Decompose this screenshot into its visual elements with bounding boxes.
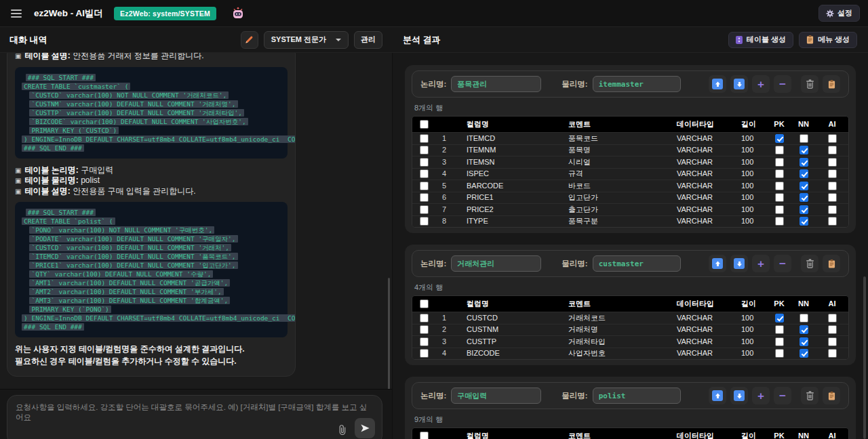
remove-column-button[interactable]: − [774,75,791,93]
ai-checkbox[interactable] [828,193,837,202]
settings-button[interactable]: 설정 [818,5,860,22]
nn-checkbox[interactable] [800,158,808,167]
pk-checkbox[interactable] [775,182,784,190]
nn-checkbox[interactable] [800,337,808,346]
row-select-checkbox[interactable] [420,182,429,190]
ai-checkbox[interactable] [828,217,837,226]
logical-name-input[interactable] [451,255,541,272]
row-select-checkbox[interactable] [420,337,429,346]
logical-name-input[interactable] [451,388,541,404]
select-all-checkbox[interactable] [420,432,429,439]
chat-scrollbar[interactable] [388,278,390,392]
pk-checkbox[interactable] [775,349,784,358]
row-select-checkbox[interactable] [420,158,429,167]
row-select-checkbox[interactable] [420,205,429,214]
comment-cell: 품목구분 [561,217,670,225]
move-row-down-button[interactable] [730,75,748,93]
move-row-down-button[interactable] [730,387,748,404]
nn-checkbox[interactable] [800,314,808,322]
ai-checkbox[interactable] [828,169,837,178]
new-chat-button[interactable] [241,31,258,49]
physical-name-input[interactable] [593,388,681,404]
trash-icon [806,79,814,89]
trash-icon [806,259,814,268]
delete-table-button[interactable] [801,255,818,272]
pk-checkbox[interactable] [775,169,784,178]
move-row-up-button[interactable] [709,387,726,404]
ai-checkbox[interactable] [828,182,837,190]
create-menu-button[interactable]: 메뉴 생성 [799,32,857,48]
comment-cell: 거래처명 [561,326,670,333]
ai-cell [816,337,848,346]
session-badge: Ez2Web: system/SYSTEM [114,7,216,20]
expert-select-dropdown[interactable]: SYSTEM 전문가 [264,31,349,49]
nn-checkbox[interactable] [800,217,808,226]
ai-checkbox[interactable] [828,349,837,358]
pk-checkbox[interactable] [775,146,784,154]
ai-checkbox[interactable] [828,146,837,154]
add-column-button[interactable]: + [752,255,770,272]
ai-cell [816,205,848,214]
pk-checkbox[interactable] [775,205,784,214]
pk-checkbox[interactable] [775,325,784,334]
menu-hamburger-icon[interactable] [11,7,23,20]
ai-checkbox[interactable] [828,205,837,214]
pk-checkbox[interactable] [775,134,784,143]
delete-table-button[interactable] [801,387,818,404]
pk-checkbox[interactable] [775,158,784,167]
pk-cell [767,217,791,226]
pk-checkbox[interactable] [775,193,784,202]
row-select-checkbox[interactable] [420,134,429,143]
row-select-checkbox[interactable] [420,349,429,358]
logical-name-input[interactable] [451,76,541,92]
ai-checkbox[interactable] [828,314,837,322]
pk-checkbox[interactable] [775,337,784,346]
column-header: NN [791,432,816,439]
nn-checkbox[interactable] [800,146,808,154]
move-row-down-button[interactable] [730,255,748,272]
select-all-checkbox[interactable] [420,120,429,129]
attach-paperclip-icon[interactable] [338,425,347,435]
nn-checkbox[interactable] [800,325,808,334]
column-header: 데이터타입 [670,432,734,439]
copy-table-button[interactable] [823,75,840,93]
send-button[interactable] [355,418,375,438]
pk-checkbox[interactable] [775,217,784,226]
copy-table-button[interactable] [823,255,840,272]
delete-table-button[interactable] [801,75,818,93]
remove-column-button[interactable]: − [774,387,791,404]
row-select-checkbox[interactable] [420,193,429,202]
ai-checkbox[interactable] [828,337,837,346]
row-select-checkbox[interactable] [420,314,429,322]
move-row-up-button[interactable] [709,75,726,93]
physical-name-input[interactable] [593,76,681,92]
physical-name-input[interactable] [593,255,681,272]
row-select-checkbox[interactable] [420,169,429,178]
nn-checkbox[interactable] [800,134,808,143]
nn-checkbox[interactable] [800,182,808,190]
row-select-checkbox[interactable] [420,146,429,154]
chat-input-card [7,395,382,439]
row-select-checkbox[interactable] [420,325,429,334]
analysis-scrollbar[interactable] [863,276,866,439]
nn-checkbox[interactable] [800,205,808,214]
copy-table-button[interactable] [823,387,840,404]
move-row-up-button[interactable] [709,255,726,272]
nn-cell [791,134,816,143]
add-column-button[interactable]: + [752,387,770,404]
chat-input[interactable] [7,396,382,439]
nn-checkbox[interactable] [800,349,808,358]
row-select-checkbox[interactable] [420,217,429,226]
add-column-button[interactable]: + [752,75,770,93]
nn-checkbox[interactable] [800,193,808,202]
pk-checkbox[interactable] [775,314,784,322]
create-table-button[interactable]: 테이블 생성 [728,32,793,48]
ai-checkbox[interactable] [828,134,837,143]
table-desc-line: ▣테이블 설명: 안전용품 거래처 정보를 관리합니다. [15,53,288,62]
select-all-checkbox[interactable] [420,299,429,308]
ai-checkbox[interactable] [828,158,837,167]
nn-checkbox[interactable] [800,169,808,178]
ai-checkbox[interactable] [828,325,837,334]
manage-button[interactable]: 관리 [354,31,382,49]
remove-column-button[interactable]: − [774,255,791,272]
